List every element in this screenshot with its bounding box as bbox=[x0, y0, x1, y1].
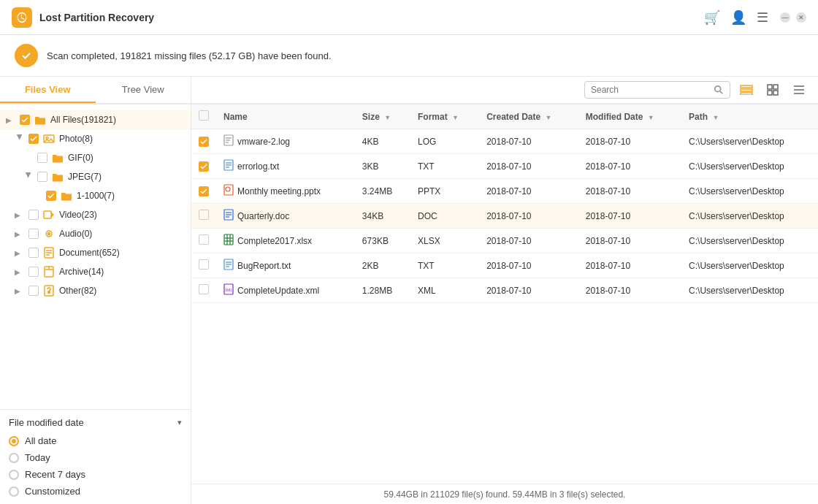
svg-text:XML: XML bbox=[225, 288, 233, 292]
cell-size: 3KB bbox=[355, 154, 410, 179]
cell-format: XML bbox=[410, 278, 479, 303]
col-format[interactable]: Format ▼ bbox=[410, 104, 479, 129]
tree-checkbox[interactable] bbox=[28, 267, 39, 277]
file-name-cell: Quarterly.doc bbox=[223, 209, 348, 223]
preview-icon-btn[interactable] bbox=[736, 80, 757, 100]
cart-icon[interactable]: 🛒 bbox=[704, 9, 720, 26]
photo-icon bbox=[42, 132, 56, 145]
cell-created: 2018-07-10 bbox=[479, 229, 578, 253]
file-name: BugReport.txt bbox=[237, 261, 291, 271]
grid-icon-btn[interactable] bbox=[762, 80, 783, 100]
tab-tree-view[interactable]: Tree View bbox=[96, 77, 191, 103]
row-checkbox[interactable] bbox=[199, 210, 209, 220]
svg-line-1 bbox=[720, 91, 723, 94]
cell-format: XLSX bbox=[410, 229, 479, 253]
tree-item-label: All Files(191821) bbox=[50, 115, 116, 125]
account-icon[interactable]: 👤 bbox=[730, 9, 746, 26]
tree-item[interactable]: ▶Audio(0) bbox=[0, 224, 191, 243]
filter-option[interactable]: Cunstomized bbox=[9, 486, 182, 497]
tree-item[interactable]: ▶Other(82) bbox=[0, 281, 191, 300]
filter-arrow: ▾ bbox=[177, 418, 182, 427]
cell-path: C:\Users\server\Desktop bbox=[681, 204, 818, 229]
filter-option[interactable]: Today bbox=[9, 452, 182, 463]
file-name-cell: BugReport.txt bbox=[223, 259, 348, 272]
row-checkbox[interactable] bbox=[199, 234, 209, 245]
filter-option[interactable]: All date bbox=[9, 435, 182, 446]
tree-arrow: ▶ bbox=[25, 172, 33, 182]
tree-arrow: ▶ bbox=[15, 287, 25, 295]
cell-format: TXT bbox=[410, 154, 479, 179]
radio-button[interactable] bbox=[9, 486, 19, 497]
cell-modified: 2018-07-10 bbox=[578, 129, 681, 154]
tree-item[interactable]: GIF(0) bbox=[0, 148, 191, 167]
filter-section: File modified date ▾ All dateTodayRecent… bbox=[0, 409, 191, 504]
tree-checkbox[interactable] bbox=[37, 153, 47, 163]
row-checkbox[interactable] bbox=[199, 186, 209, 196]
cell-modified: 2018-07-10 bbox=[578, 204, 681, 229]
radio-button[interactable] bbox=[9, 436, 19, 446]
table-row[interactable]: XMLCompleteUpdate.xml1.28MBXML2018-07-10… bbox=[191, 278, 818, 303]
radio-button[interactable] bbox=[9, 453, 19, 463]
cell-size: 4KB bbox=[355, 129, 410, 154]
tree-item-label: Document(652) bbox=[59, 248, 120, 258]
table-row[interactable]: vmware-2.log4KBLOG2018-07-102018-07-10C:… bbox=[191, 129, 818, 154]
pptx-icon bbox=[223, 184, 234, 198]
row-checkbox[interactable] bbox=[199, 284, 209, 294]
tree-item[interactable]: ▶Archive(14) bbox=[0, 262, 191, 281]
svg-rect-4 bbox=[741, 93, 752, 95]
radio-button[interactable] bbox=[9, 470, 19, 480]
tree-item[interactable]: ▶All Files(191821) bbox=[0, 110, 191, 129]
tree-checkbox[interactable] bbox=[28, 134, 39, 144]
filter-option[interactable]: Recent 7 days bbox=[9, 469, 182, 480]
row-checkbox[interactable] bbox=[199, 137, 209, 147]
col-path[interactable]: Path ▼ bbox=[681, 104, 818, 129]
tree-checkbox[interactable] bbox=[28, 248, 39, 258]
select-all-checkbox[interactable] bbox=[199, 110, 209, 121]
tree-item[interactable]: ▶JPEG(7) bbox=[0, 167, 191, 186]
tab-files-view[interactable]: Files View bbox=[0, 77, 96, 103]
cell-created: 2018-07-10 bbox=[479, 154, 578, 179]
table-row[interactable]: Complete2017.xlsx673KBXLSX2018-07-102018… bbox=[191, 229, 818, 253]
tree-item[interactable]: ▶Video(23) bbox=[0, 205, 191, 224]
title-bar: Lost Partition Recovery 🛒 👤 ☰ — ✕ bbox=[0, 0, 818, 35]
table-row[interactable]: BugReport.txt2KBTXT2018-07-102018-07-10C… bbox=[191, 253, 818, 278]
col-name[interactable]: Name bbox=[216, 104, 355, 129]
row-checkbox[interactable] bbox=[199, 259, 209, 270]
row-checkbox[interactable] bbox=[199, 161, 209, 172]
cell-format: DOC bbox=[410, 204, 479, 229]
tree-item-label: Photo(8) bbox=[59, 134, 93, 144]
content-area: Name Size ▼ Format ▼ Created Date ▼ Modi… bbox=[191, 104, 818, 504]
table-row[interactable]: errorlog.txt3KBTXT2018-07-102018-07-10C:… bbox=[191, 154, 818, 179]
table-row[interactable]: Quarterly.doc34KBDOC2018-07-102018-07-10… bbox=[191, 204, 818, 229]
tree-item[interactable]: 1-1000(7) bbox=[0, 186, 191, 205]
minimize-button[interactable]: — bbox=[780, 12, 790, 23]
tree-checkbox[interactable] bbox=[20, 115, 30, 125]
file-name-cell: XMLCompleteUpdate.xml bbox=[223, 283, 348, 297]
tree-checkbox[interactable] bbox=[28, 210, 39, 220]
col-created[interactable]: Created Date ▼ bbox=[479, 104, 578, 129]
document-icon bbox=[42, 246, 56, 259]
table-row[interactable]: Monthly meeting.pptx3.24MBPPTX2018-07-10… bbox=[191, 179, 818, 204]
col-modified[interactable]: Modified Date ▼ bbox=[578, 104, 681, 129]
search-input[interactable] bbox=[591, 85, 714, 95]
tree-item[interactable]: ▶Document(652) bbox=[0, 243, 191, 262]
svg-rect-5 bbox=[768, 85, 772, 89]
close-button[interactable]: ✕ bbox=[796, 12, 806, 23]
status-bar: 59.44GB in 211029 file(s) found. 59.44MB… bbox=[191, 484, 818, 504]
tree-checkbox[interactable] bbox=[28, 286, 39, 296]
status-text: 59.44GB in 211029 file(s) found. 59.44MB… bbox=[384, 489, 626, 500]
tree-checkbox[interactable] bbox=[37, 172, 47, 182]
cell-path: C:\Users\server\Desktop bbox=[681, 229, 818, 253]
select-all-header[interactable] bbox=[191, 104, 216, 129]
cell-path: C:\Users\server\Desktop bbox=[681, 129, 818, 154]
folder-icon bbox=[34, 113, 47, 126]
tree-item[interactable]: ▶Photo(8) bbox=[0, 129, 191, 148]
search-box[interactable] bbox=[584, 81, 730, 99]
menu-list-icon-btn[interactable] bbox=[789, 80, 809, 100]
tree-checkbox[interactable] bbox=[46, 191, 56, 201]
cell-path: C:\Users\server\Desktop bbox=[681, 154, 818, 179]
tree-checkbox[interactable] bbox=[28, 229, 39, 239]
menu-icon[interactable]: ☰ bbox=[757, 9, 768, 26]
filter-header[interactable]: File modified date ▾ bbox=[9, 417, 182, 428]
col-size[interactable]: Size ▼ bbox=[355, 104, 410, 129]
